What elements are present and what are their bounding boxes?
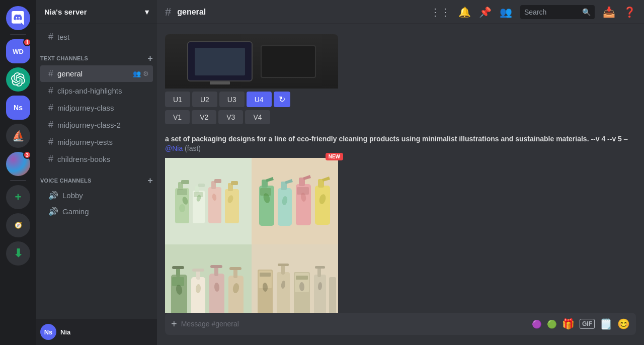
server-header[interactable]: Nia's server ▾ <box>36 0 157 24</box>
channel-item-test[interactable]: # test <box>40 29 153 45</box>
message-input[interactable] <box>181 320 528 328</box>
u1-button-top[interactable]: U1 <box>165 92 190 107</box>
channel-item-clips[interactable]: # clips-and-highlights <box>40 82 153 99</box>
v1-button[interactable]: V1 <box>165 110 190 124</box>
v4-button[interactable]: V4 <box>245 110 270 124</box>
svg-rect-43 <box>209 274 224 313</box>
bottle-illustration-br <box>252 244 338 313</box>
channel-item-gaming[interactable]: 🔊 Gaming <box>40 204 153 219</box>
category-label: VOICE CHANNELS <box>40 178 91 184</box>
server-icon-galaxy[interactable]: 3 <box>6 152 30 176</box>
voice-channels-category[interactable]: VOICE CHANNELS + <box>36 168 157 187</box>
server-icon-discord-home[interactable] <box>6 6 30 30</box>
pin-icon[interactable]: 📌 <box>479 6 492 18</box>
channel-item-lobby[interactable]: 🔊 Lobby <box>40 188 153 203</box>
image-cell-tr <box>252 158 338 244</box>
avatar: Ns <box>40 324 56 340</box>
server-add-button[interactable]: + <box>6 185 30 209</box>
svg-rect-24 <box>278 188 292 226</box>
sticker-button[interactable]: 🗒️ <box>600 318 612 330</box>
add-voice-channel-button[interactable]: + <box>147 176 153 185</box>
text-channels-category[interactable]: TEXT CHANNELS + <box>36 46 157 65</box>
settings-icon[interactable]: ⚙ <box>143 70 149 77</box>
server-explore-button[interactable]: 🧭 <box>6 213 30 237</box>
server-icon-nia[interactable]: Ns <box>6 96 30 120</box>
svg-rect-8 <box>198 184 205 187</box>
hash-icon: # <box>48 120 53 130</box>
server-icon-wd[interactable]: WD 1 <box>6 39 30 63</box>
image-cell-br <box>252 244 338 313</box>
chevron-down-icon: ▾ <box>145 8 149 17</box>
v3-button[interactable]: V3 <box>218 110 243 124</box>
search-input[interactable] <box>524 8 579 16</box>
channel-item-midjourney2[interactable]: # midjourney-class-2 <box>40 117 153 133</box>
monitor-shape <box>187 41 253 81</box>
refresh-button-top[interactable]: ↻ <box>274 92 290 107</box>
help-icon[interactable]: ❓ <box>623 6 636 18</box>
user-area: Ns Nia <box>36 319 157 345</box>
server-label: ⛵ <box>12 130 25 142</box>
svg-rect-63 <box>314 275 326 313</box>
add-channel-button[interactable]: + <box>147 54 153 63</box>
image-grid[interactable] <box>165 158 338 313</box>
hash-icon: # <box>48 103 53 113</box>
channel-item-general[interactable]: # general 👥 ⚙ <box>40 65 153 82</box>
channel-name: midjourney-class <box>57 104 114 112</box>
bottle-illustration-tl <box>165 158 252 244</box>
add-attachment-button[interactable]: + <box>171 318 177 330</box>
server-divider-2 <box>10 180 26 181</box>
svg-rect-62 <box>296 276 308 280</box>
svg-rect-42 <box>192 269 204 272</box>
notification-badge: 1 <box>23 38 31 46</box>
hash-icon: # <box>48 137 53 147</box>
channel-header: # general ⋮⋮ 🔔 📌 👥 🔍 📥 ❓ <box>157 0 644 24</box>
speed-tag: (fast) <box>185 144 201 152</box>
server-list: WD 1 Ns ⛵ 3 + 🧭 ⬇ <box>0 0 36 345</box>
threads-icon[interactable]: ⋮⋮ <box>430 6 450 18</box>
channel-item-childrens[interactable]: # childrens-books <box>40 151 153 167</box>
message-content: a set of packaging designs for a line of… <box>165 134 636 313</box>
previous-message: U1 U2 U3 U4 ↻ V1 V2 V3 V4 <box>157 32 644 130</box>
svg-rect-12 <box>214 179 221 183</box>
hash-icon: # <box>48 32 53 42</box>
channel-name: Gaming <box>62 207 89 216</box>
search-box[interactable]: 🔍 <box>520 5 595 19</box>
u4-button-top[interactable]: U4 <box>247 92 272 107</box>
gift-button[interactable]: 🎁 <box>562 318 575 330</box>
add-icon: + <box>15 191 22 204</box>
chat-input-area: + 🟣 🟢 🎁 GIF 🗒️ 😊 <box>157 313 644 345</box>
search-icon: 🔍 <box>582 8 591 16</box>
inbox-icon[interactable]: 📥 <box>603 6 615 18</box>
channel-name: Lobby <box>62 191 83 200</box>
boost-icon[interactable]: 🟣 <box>532 319 542 329</box>
u3-button-top[interactable]: U3 <box>219 92 245 107</box>
server-icon-boat[interactable]: ⛵ <box>6 124 30 148</box>
notification-bell-icon[interactable]: 🔔 <box>458 6 471 18</box>
v2-button[interactable]: V2 <box>192 110 216 124</box>
channel-name: midjourney-tests <box>57 138 113 146</box>
svg-rect-29 <box>315 186 330 225</box>
prompt-text: a set of packaging designs for a line of… <box>165 134 636 154</box>
prev-image-inner <box>165 34 338 89</box>
gif-button[interactable]: GIF <box>580 319 595 329</box>
compass-icon: 🧭 <box>15 222 22 229</box>
svg-rect-48 <box>229 267 242 270</box>
mention[interactable]: @Nia <box>165 144 183 152</box>
server-icon-openai[interactable] <box>6 67 30 92</box>
speaker-icon: 🔊 <box>48 191 58 200</box>
prev-image-container: U1 U2 U3 U4 ↻ V1 V2 V3 V4 <box>165 34 338 124</box>
screen <box>195 48 245 75</box>
svg-rect-46 <box>228 276 244 313</box>
monitor-content <box>187 41 316 81</box>
category-label: TEXT CHANNELS <box>40 55 88 61</box>
svg-rect-65 <box>315 266 325 269</box>
svg-rect-40 <box>191 277 205 313</box>
channel-item-midjourney[interactable]: # midjourney-class <box>40 100 153 116</box>
svg-point-5 <box>179 204 185 212</box>
u2-button-top[interactable]: U2 <box>192 92 217 107</box>
channel-item-midjourney-tests[interactable]: # midjourney-tests <box>40 134 153 150</box>
server-download-button[interactable]: ⬇ <box>6 241 30 266</box>
emoji-button[interactable]: 😊 <box>617 318 630 330</box>
nitro-icon[interactable]: 🟢 <box>547 319 557 329</box>
members-icon[interactable]: 👥 <box>500 6 512 18</box>
